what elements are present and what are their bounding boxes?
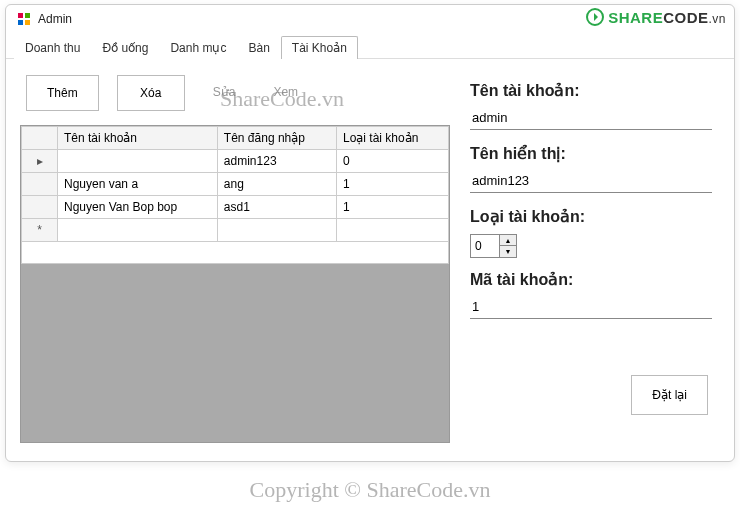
row-marker xyxy=(22,173,58,196)
row-marker: ▸ xyxy=(22,150,58,173)
brand-tld: .vn xyxy=(708,12,726,26)
cell[interactable]: 0 xyxy=(337,150,449,173)
watermark-bottom: Copyright © ShareCode.vn xyxy=(0,477,740,503)
label-account-type: Loại tài khoản: xyxy=(470,207,712,226)
cell[interactable]: admin xyxy=(58,150,218,173)
tabstrip: Doanh thu Đồ uống Danh mục Bàn Tài Khoản xyxy=(6,33,734,59)
tab-doanh-thu[interactable]: Doanh thu xyxy=(14,36,91,59)
data-grid[interactable]: Tên tài khoản Tên đăng nhập Loại tài kho… xyxy=(20,125,450,443)
cell[interactable]: Nguyen van a xyxy=(58,173,218,196)
cell[interactable]: admin123 xyxy=(217,150,336,173)
edit-button[interactable]: Sửa xyxy=(203,75,246,111)
table-row-new[interactable]: * xyxy=(22,219,449,242)
tab-do-uong[interactable]: Đồ uống xyxy=(91,36,159,59)
svg-rect-2 xyxy=(18,20,23,25)
row-marker xyxy=(22,196,58,219)
brand-logo: SHARECODE.vn xyxy=(586,8,726,26)
tab-ban[interactable]: Bàn xyxy=(237,36,280,59)
label-display-name: Tên hiển thị: xyxy=(470,144,712,163)
cell[interactable]: asd1 xyxy=(217,196,336,219)
tab-tai-khoan[interactable]: Tài Khoản xyxy=(281,36,358,59)
add-button[interactable]: Thêm xyxy=(26,75,99,111)
cell[interactable]: 1 xyxy=(337,173,449,196)
label-account-name: Tên tài khoản: xyxy=(470,81,712,100)
cell[interactable] xyxy=(217,219,336,242)
view-button[interactable]: Xem xyxy=(263,75,308,111)
table-header-row: Tên tài khoản Tên đăng nhập Loại tài kho… xyxy=(22,127,449,150)
brand-text-a: SHARE xyxy=(608,9,663,26)
toolbar: Thêm Xóa Sửa Xem xyxy=(20,75,450,111)
app-icon xyxy=(16,11,32,27)
cell[interactable]: Nguyen Van Bop bop xyxy=(58,196,218,219)
reset-button[interactable]: Đặt lại xyxy=(631,375,708,415)
col-ten-dang-nhap[interactable]: Tên đăng nhập xyxy=(217,127,336,150)
table-row[interactable]: ▸ admin admin123 0 xyxy=(22,150,449,173)
delete-button[interactable]: Xóa xyxy=(117,75,185,111)
col-loai-tai-khoan[interactable]: Loại tài khoản xyxy=(337,127,449,150)
recycle-icon xyxy=(586,8,604,26)
input-account-code[interactable] xyxy=(470,295,712,319)
window-title: Admin xyxy=(38,12,72,26)
corner-cell xyxy=(22,127,58,150)
input-account-name[interactable] xyxy=(470,106,712,130)
cell[interactable] xyxy=(337,219,449,242)
label-account-code: Mã tài khoản: xyxy=(470,270,712,289)
cell[interactable] xyxy=(58,219,218,242)
details-form: Tên tài khoản: Tên hiển thị: Loại tài kh… xyxy=(470,75,720,443)
col-ten-tai-khoan[interactable]: Tên tài khoản xyxy=(58,127,218,150)
spin-up-icon[interactable]: ▲ xyxy=(500,235,516,246)
cell[interactable]: ang xyxy=(217,173,336,196)
account-type-stepper[interactable]: ▲ ▼ xyxy=(470,234,517,258)
input-account-type[interactable] xyxy=(471,235,499,257)
svg-rect-0 xyxy=(18,13,23,18)
spin-down-icon[interactable]: ▼ xyxy=(500,246,516,257)
row-marker: * xyxy=(22,219,58,242)
tab-danh-muc[interactable]: Danh mục xyxy=(159,36,237,59)
table-row[interactable]: Nguyen van a ang 1 xyxy=(22,173,449,196)
svg-rect-1 xyxy=(25,13,30,18)
table-row[interactable]: Nguyen Van Bop bop asd1 1 xyxy=(22,196,449,219)
brand-text-b: CODE xyxy=(663,9,708,26)
cell[interactable]: 1 xyxy=(337,196,449,219)
svg-rect-3 xyxy=(25,20,30,25)
input-display-name[interactable] xyxy=(470,169,712,193)
